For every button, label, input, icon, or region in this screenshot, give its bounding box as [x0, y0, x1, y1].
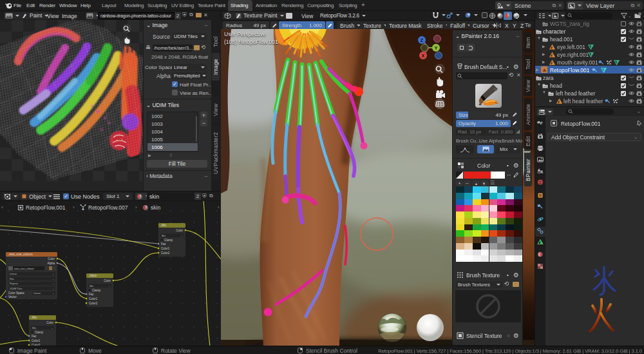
svg-text:Color: Color: [46, 321, 53, 324]
svg-text:Clamp: Clamp: [35, 331, 44, 334]
svg-text:Value: Value: [90, 274, 97, 277]
svg-text:Vector: Vector: [8, 295, 17, 299]
svg-text:⌄: ⌄: [52, 287, 54, 290]
svg-text:Fac: Fac: [161, 242, 166, 246]
svg-text:User Perspective: User Perspective: [224, 31, 266, 37]
svg-text:⌄: ⌄: [31, 316, 33, 319]
svg-text:Color: Color: [104, 279, 111, 282]
svg-text:⌄: ⌄: [52, 277, 54, 280]
svg-text:Mix: Mix: [90, 284, 93, 288]
svg-text:Mix: Mix: [162, 224, 167, 227]
svg-text:⌄: ⌄: [160, 224, 162, 227]
svg-text:(108) RetopoFlow.001: (108) RetopoFlow.001: [224, 39, 278, 45]
svg-text:⌄: ⌄: [180, 234, 182, 237]
svg-text:Color1: Color1: [89, 297, 98, 300]
svg-text:Y: Y: [435, 46, 438, 50]
svg-text:Mix: Mix: [162, 234, 166, 237]
svg-text:Mix: Mix: [32, 316, 37, 319]
svg-text:⌄: ⌄: [108, 284, 110, 288]
svg-text:Fac: Fac: [89, 293, 94, 296]
svg-text:⌄: ⌄: [8, 253, 10, 256]
svg-text:Alpha: Alpha: [47, 262, 55, 265]
svg-text:Color: Color: [176, 229, 183, 232]
svg-text:UDIM Tiles: UDIM Tiles: [10, 287, 23, 290]
svg-text:Repeat: Repeat: [10, 282, 19, 285]
svg-text:Clamp: Clamp: [164, 239, 173, 242]
svg-text:Color1: Color1: [161, 247, 170, 250]
svg-text:zara_scar_colours: zara_scar_colours: [14, 268, 34, 270]
svg-text:X: X: [422, 54, 425, 58]
svg-text:Color2: Color2: [89, 302, 98, 305]
svg-text:⌄: ⌄: [51, 326, 53, 329]
svg-text:Fac: Fac: [32, 335, 37, 338]
svg-text:zara_scar_colours: zara_scar_colours: [9, 253, 33, 256]
svg-text:⌄: ⌄: [52, 291, 54, 295]
svg-text:Linear: Linear: [10, 272, 17, 275]
svg-text:Color1: Color1: [32, 339, 41, 342]
svg-text:Linear: Linear: [33, 291, 41, 295]
svg-text:Clamp: Clamp: [92, 289, 101, 292]
svg-text:Color Space: Color Space: [8, 291, 24, 295]
svg-text:Color: Color: [48, 257, 55, 261]
svg-text:Flat: Flat: [10, 277, 15, 280]
svg-text:Mix: Mix: [32, 326, 36, 329]
svg-text:⌄: ⌄: [88, 274, 90, 277]
svg-text:⌄: ⌄: [52, 282, 54, 285]
svg-text:Color2: Color2: [161, 251, 170, 255]
svg-text:⌄: ⌄: [52, 272, 54, 275]
svg-text:Z: Z: [421, 38, 424, 43]
